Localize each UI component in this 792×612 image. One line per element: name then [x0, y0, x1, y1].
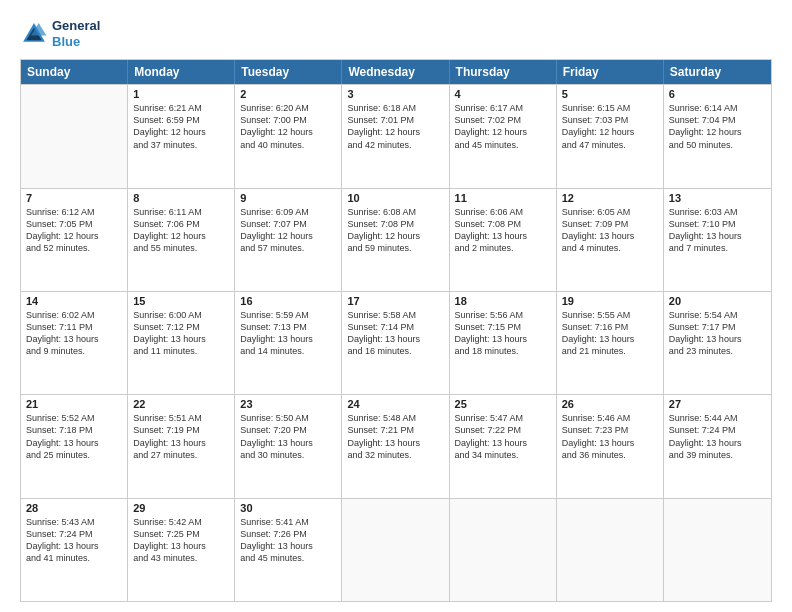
calendar-cell: 6Sunrise: 6:14 AMSunset: 7:04 PMDaylight…: [664, 85, 771, 187]
calendar-cell: 14Sunrise: 6:02 AMSunset: 7:11 PMDayligh…: [21, 292, 128, 394]
header: General Blue: [20, 18, 772, 49]
calendar-cell: 25Sunrise: 5:47 AMSunset: 7:22 PMDayligh…: [450, 395, 557, 497]
cell-info-line: and 30 minutes.: [240, 449, 336, 461]
cell-info-line: and 57 minutes.: [240, 242, 336, 254]
cell-info-line: Daylight: 13 hours: [26, 540, 122, 552]
cell-info-line: and 40 minutes.: [240, 139, 336, 151]
cell-info-line: and 47 minutes.: [562, 139, 658, 151]
cell-info-line: and 59 minutes.: [347, 242, 443, 254]
day-number: 27: [669, 398, 766, 410]
cell-info-line: Sunset: 7:21 PM: [347, 424, 443, 436]
calendar-cell: 28Sunrise: 5:43 AMSunset: 7:24 PMDayligh…: [21, 499, 128, 601]
cell-info-line: Daylight: 12 hours: [669, 126, 766, 138]
day-number: 6: [669, 88, 766, 100]
cell-info-line: Sunrise: 5:41 AM: [240, 516, 336, 528]
calendar-cell: 23Sunrise: 5:50 AMSunset: 7:20 PMDayligh…: [235, 395, 342, 497]
calendar-cell: 3Sunrise: 6:18 AMSunset: 7:01 PMDaylight…: [342, 85, 449, 187]
cell-info-line: and 45 minutes.: [455, 139, 551, 151]
day-number: 21: [26, 398, 122, 410]
cell-info-line: Daylight: 13 hours: [133, 333, 229, 345]
day-number: 13: [669, 192, 766, 204]
cell-info-line: Daylight: 12 hours: [562, 126, 658, 138]
calendar-cell: 19Sunrise: 5:55 AMSunset: 7:16 PMDayligh…: [557, 292, 664, 394]
cell-info-line: Daylight: 13 hours: [133, 540, 229, 552]
logo-text: General Blue: [52, 18, 100, 49]
day-number: 2: [240, 88, 336, 100]
cell-info-line: and 7 minutes.: [669, 242, 766, 254]
cell-info-line: Daylight: 13 hours: [240, 333, 336, 345]
day-number: 28: [26, 502, 122, 514]
cell-info-line: Daylight: 13 hours: [133, 437, 229, 449]
cell-info-line: and 41 minutes.: [26, 552, 122, 564]
calendar-cell: 4Sunrise: 6:17 AMSunset: 7:02 PMDaylight…: [450, 85, 557, 187]
cell-info-line: Daylight: 12 hours: [240, 230, 336, 242]
cell-info-line: Sunset: 7:16 PM: [562, 321, 658, 333]
cell-info-line: Sunrise: 5:44 AM: [669, 412, 766, 424]
cell-info-line: and 52 minutes.: [26, 242, 122, 254]
calendar-cell: 18Sunrise: 5:56 AMSunset: 7:15 PMDayligh…: [450, 292, 557, 394]
cell-info-line: Sunrise: 6:06 AM: [455, 206, 551, 218]
calendar-cell: 17Sunrise: 5:58 AMSunset: 7:14 PMDayligh…: [342, 292, 449, 394]
cell-info-line: Daylight: 13 hours: [562, 230, 658, 242]
calendar-cell: 2Sunrise: 6:20 AMSunset: 7:00 PMDaylight…: [235, 85, 342, 187]
cell-info-line: and 9 minutes.: [26, 345, 122, 357]
cell-info-line: and 39 minutes.: [669, 449, 766, 461]
calendar-cell: 27Sunrise: 5:44 AMSunset: 7:24 PMDayligh…: [664, 395, 771, 497]
calendar-cell: 22Sunrise: 5:51 AMSunset: 7:19 PMDayligh…: [128, 395, 235, 497]
calendar-body: 1Sunrise: 6:21 AMSunset: 6:59 PMDaylight…: [21, 84, 771, 601]
cell-info-line: and 32 minutes.: [347, 449, 443, 461]
cell-info-line: and 21 minutes.: [562, 345, 658, 357]
cell-info-line: and 50 minutes.: [669, 139, 766, 151]
cell-info-line: Daylight: 12 hours: [133, 126, 229, 138]
day-number: 8: [133, 192, 229, 204]
cell-info-line: Sunrise: 6:09 AM: [240, 206, 336, 218]
day-number: 15: [133, 295, 229, 307]
calendar-cell: 15Sunrise: 6:00 AMSunset: 7:12 PMDayligh…: [128, 292, 235, 394]
day-number: 16: [240, 295, 336, 307]
page: General Blue SundayMondayTuesdayWednesda…: [0, 0, 792, 612]
calendar-cell: 30Sunrise: 5:41 AMSunset: 7:26 PMDayligh…: [235, 499, 342, 601]
day-number: 20: [669, 295, 766, 307]
cell-info-line: Daylight: 12 hours: [133, 230, 229, 242]
calendar-cell: [450, 499, 557, 601]
cell-info-line: and 37 minutes.: [133, 139, 229, 151]
cell-info-line: Sunrise: 6:15 AM: [562, 102, 658, 114]
cell-info-line: Sunset: 7:12 PM: [133, 321, 229, 333]
cell-info-line: Sunrise: 5:51 AM: [133, 412, 229, 424]
cell-info-line: Daylight: 13 hours: [669, 333, 766, 345]
cell-info-line: Sunrise: 5:48 AM: [347, 412, 443, 424]
calendar-cell: [21, 85, 128, 187]
day-number: 5: [562, 88, 658, 100]
cell-info-line: Daylight: 12 hours: [240, 126, 336, 138]
calendar-week-row: 21Sunrise: 5:52 AMSunset: 7:18 PMDayligh…: [21, 394, 771, 497]
cell-info-line: and 43 minutes.: [133, 552, 229, 564]
cell-info-line: Sunrise: 5:56 AM: [455, 309, 551, 321]
cell-info-line: Sunset: 7:03 PM: [562, 114, 658, 126]
cell-info-line: and 18 minutes.: [455, 345, 551, 357]
cell-info-line: Daylight: 13 hours: [347, 437, 443, 449]
day-number: 7: [26, 192, 122, 204]
cell-info-line: Sunrise: 6:12 AM: [26, 206, 122, 218]
cell-info-line: Sunset: 7:17 PM: [669, 321, 766, 333]
cell-info-line: and 11 minutes.: [133, 345, 229, 357]
cell-info-line: Sunset: 7:00 PM: [240, 114, 336, 126]
calendar-cell: 1Sunrise: 6:21 AMSunset: 6:59 PMDaylight…: [128, 85, 235, 187]
calendar-week-row: 1Sunrise: 6:21 AMSunset: 6:59 PMDaylight…: [21, 84, 771, 187]
day-number: 25: [455, 398, 551, 410]
day-number: 11: [455, 192, 551, 204]
cell-info-line: Sunrise: 5:42 AM: [133, 516, 229, 528]
calendar-cell: [557, 499, 664, 601]
cell-info-line: Sunset: 7:01 PM: [347, 114, 443, 126]
day-number: 26: [562, 398, 658, 410]
cell-info-line: Sunset: 7:10 PM: [669, 218, 766, 230]
cell-info-line: Daylight: 13 hours: [455, 437, 551, 449]
calendar-cell: [664, 499, 771, 601]
day-number: 4: [455, 88, 551, 100]
cell-info-line: Daylight: 13 hours: [240, 540, 336, 552]
cell-info-line: and 55 minutes.: [133, 242, 229, 254]
cell-info-line: Sunrise: 6:18 AM: [347, 102, 443, 114]
cell-info-line: Sunrise: 6:03 AM: [669, 206, 766, 218]
calendar-cell: 8Sunrise: 6:11 AMSunset: 7:06 PMDaylight…: [128, 189, 235, 291]
cell-info-line: Sunset: 7:15 PM: [455, 321, 551, 333]
weekday-header: Friday: [557, 60, 664, 84]
